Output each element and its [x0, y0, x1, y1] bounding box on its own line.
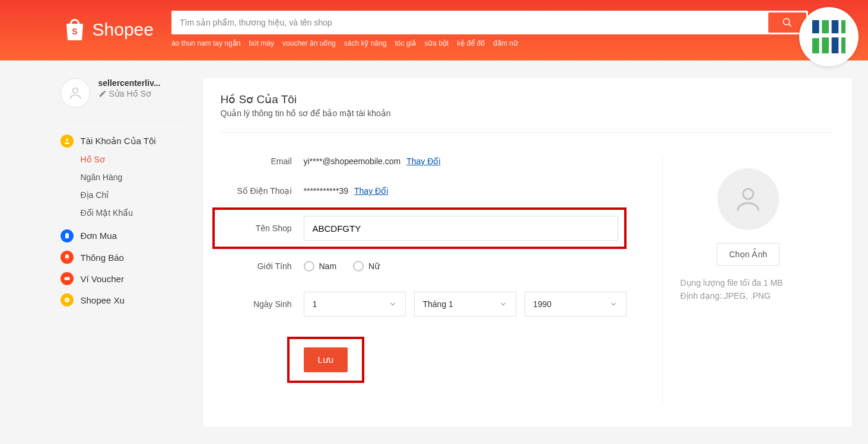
- sidebar-item-profile[interactable]: Hồ Sơ: [81, 155, 185, 164]
- bell-icon: [63, 254, 71, 261]
- radio-icon: [353, 261, 364, 271]
- svg-rect-6: [812, 33, 845, 37]
- search-input[interactable]: [171, 11, 767, 34]
- svg-rect-9: [65, 234, 69, 238]
- sidebar-item-bank[interactable]: Ngân Hàng: [81, 173, 185, 182]
- hot-link[interactable]: sách kỹ năng: [344, 39, 387, 47]
- hot-link[interactable]: bút máy: [249, 39, 274, 47]
- pencil-icon: [98, 90, 107, 98]
- nav-notifications[interactable]: Thông Báo: [61, 251, 185, 264]
- sidebar-item-address[interactable]: Địa Chỉ: [81, 190, 185, 200]
- svg-rect-11: [64, 277, 69, 280]
- dob-month-select[interactable]: Tháng 1: [414, 292, 516, 317]
- hot-link[interactable]: áo thun nam tay ngắn: [171, 39, 240, 47]
- gender-female[interactable]: Nữ: [353, 261, 380, 271]
- chevron-down-icon: [499, 300, 507, 308]
- hot-link[interactable]: tóc giả: [395, 39, 416, 47]
- shopping-bag-icon: S: [61, 15, 89, 44]
- svg-point-8: [66, 139, 68, 141]
- svg-rect-10: [66, 233, 68, 234]
- nav-voucher-wallet[interactable]: Ví Voucher: [61, 272, 185, 285]
- nav-shopee-coins[interactable]: S Shopee Xu: [61, 293, 185, 306]
- nav-my-account[interactable]: Tài Khoản Của Tôi: [61, 135, 185, 148]
- avatar-small: [61, 78, 90, 108]
- phone-label: Số Điện Thoại: [221, 186, 304, 196]
- svg-point-7: [72, 88, 78, 93]
- hot-link[interactable]: đầm nữ: [493, 39, 518, 47]
- logo[interactable]: S Shopee: [61, 11, 154, 44]
- save-highlight: Lưu: [287, 337, 365, 383]
- user-summary: sellercenterliv... Sửa Hồ Sơ: [61, 78, 185, 122]
- svg-point-14: [743, 189, 753, 199]
- email-value: yi****@shopeemobile.com: [304, 156, 401, 166]
- svg-rect-2: [812, 38, 819, 53]
- ticket-icon: [63, 275, 71, 282]
- brand-name: Shopee: [93, 20, 154, 40]
- nav-purchases[interactable]: Đơn Mua: [61, 229, 185, 242]
- corner-badge: [799, 7, 859, 66]
- search-bar: [171, 11, 808, 34]
- svg-rect-1: [812, 20, 819, 36]
- hot-link[interactable]: voucher ăn uống: [282, 39, 336, 47]
- grid-logo-icon: [808, 16, 850, 58]
- dob-day-select[interactable]: 1: [304, 292, 406, 317]
- change-email-link[interactable]: Thay Đổi: [406, 156, 440, 166]
- user-icon: [63, 138, 71, 145]
- page-subtitle: Quản lý thông tin hồ sơ để bảo mật tài k…: [221, 108, 834, 118]
- gender-label: Giới Tính: [221, 261, 304, 271]
- user-icon: [68, 85, 83, 101]
- choose-image-button[interactable]: Chọn Ảnh: [717, 243, 780, 266]
- avatar-preview: [717, 168, 779, 230]
- coin-icon: S: [63, 296, 71, 304]
- change-phone-link[interactable]: Thay Đổi: [354, 186, 388, 196]
- chevron-down-icon: [389, 300, 397, 308]
- user-icon: [733, 184, 764, 215]
- chevron-down-icon: [609, 300, 618, 308]
- file-format-hint: Định dạng:.JPEG, .PNG: [681, 289, 783, 302]
- save-button[interactable]: Lưu: [304, 347, 348, 372]
- hot-link[interactable]: kệ để đồ: [457, 39, 485, 47]
- username: sellercenterliv...: [98, 78, 161, 88]
- profile-panel: Hồ Sơ Của Tôi Quản lý thông tin hồ sơ để…: [203, 78, 852, 427]
- radio-icon: [304, 261, 314, 271]
- sidebar-item-password[interactable]: Đổi Mật Khẩu: [81, 208, 185, 218]
- shop-name-highlight: Tên Shop: [212, 207, 627, 249]
- page-title: Hồ Sơ Của Tôi: [221, 92, 834, 106]
- edit-profile-link[interactable]: Sửa Hồ Sơ: [98, 89, 161, 98]
- sidebar: sellercenterliv... Sửa Hồ Sơ Tài Khoản C…: [61, 78, 185, 315]
- shop-name-label: Tên Shop: [221, 223, 304, 233]
- phone-value: ***********39: [304, 186, 349, 196]
- search-icon: [782, 17, 793, 28]
- hot-keywords: áo thun nam tay ngắn bút máy voucher ăn …: [171, 39, 808, 47]
- hot-link[interactable]: sữa bột: [424, 39, 449, 47]
- clipboard-icon: [63, 232, 71, 239]
- shop-name-input[interactable]: [304, 216, 618, 241]
- svg-text:S: S: [72, 27, 77, 36]
- dob-year-select[interactable]: 1990: [524, 292, 627, 317]
- dob-label: Ngày Sinh: [221, 299, 304, 309]
- email-label: Email: [221, 156, 304, 166]
- header: S Shopee áo thun nam tay ngắn bút máy vo…: [0, 0, 868, 60]
- file-size-hint: Dụng lượng file tối đa 1 MB: [681, 276, 783, 289]
- gender-male[interactable]: Nam: [304, 261, 337, 271]
